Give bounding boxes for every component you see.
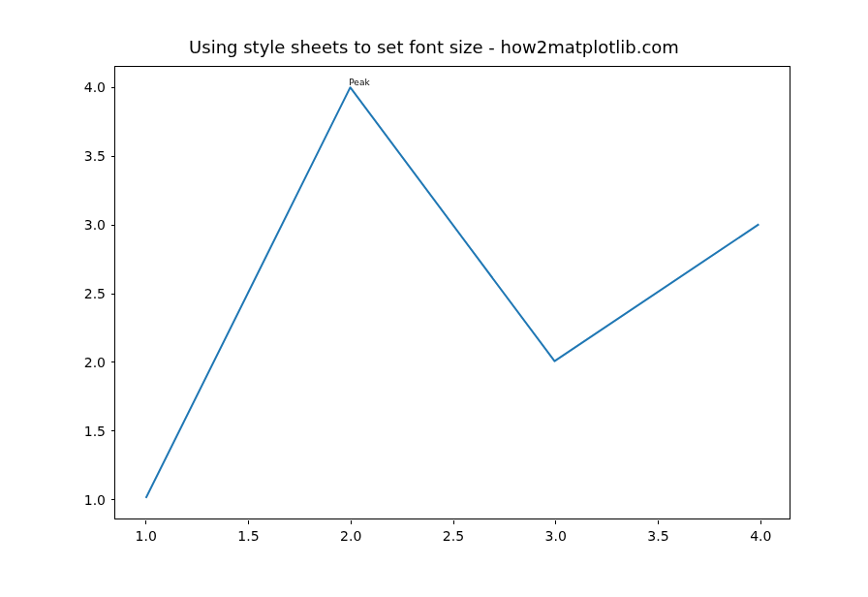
ytick-mark (111, 294, 115, 295)
data-line (146, 87, 760, 498)
xtick-label: 1.0 (136, 528, 157, 544)
ytick-mark (111, 87, 115, 88)
ytick-mark (111, 156, 115, 157)
ytick-label: 2.0 (84, 355, 106, 370)
xtick-mark (658, 520, 659, 524)
ytick-mark (111, 430, 115, 431)
xtick-label: 3.0 (545, 528, 567, 544)
xtick-mark (453, 520, 454, 524)
xtick-label: 3.5 (647, 528, 668, 544)
annotation-peak: Peak (349, 78, 369, 87)
ytick-label: 1.5 (84, 424, 106, 439)
ytick-label: 4.0 (84, 79, 106, 95)
ytick-mark (111, 225, 115, 226)
ytick-mark (111, 499, 115, 500)
plot-area (115, 67, 790, 518)
chart-title: Using style sheets to set font size - ho… (0, 37, 868, 57)
xtick-label: 1.5 (237, 528, 259, 544)
ytick-label: 3.5 (84, 148, 106, 164)
ytick-label: 3.0 (84, 217, 106, 233)
figure: Using style sheets to set font size - ho… (0, 0, 868, 597)
xtick-mark (145, 520, 146, 524)
xtick-mark (760, 520, 761, 524)
xtick-mark (555, 520, 556, 524)
axes-frame: Peak 1.0 1.5 2.0 2.5 3.0 3.5 4.0 1.0 1.5… (114, 66, 790, 519)
ytick-label: 2.5 (84, 286, 106, 301)
xtick-mark (351, 520, 352, 524)
xtick-mark (248, 520, 249, 524)
xtick-label: 4.0 (750, 528, 771, 544)
xtick-label: 2.0 (340, 528, 361, 544)
xtick-label: 2.5 (443, 528, 464, 544)
ytick-label: 1.0 (84, 492, 106, 508)
ytick-mark (111, 361, 115, 362)
